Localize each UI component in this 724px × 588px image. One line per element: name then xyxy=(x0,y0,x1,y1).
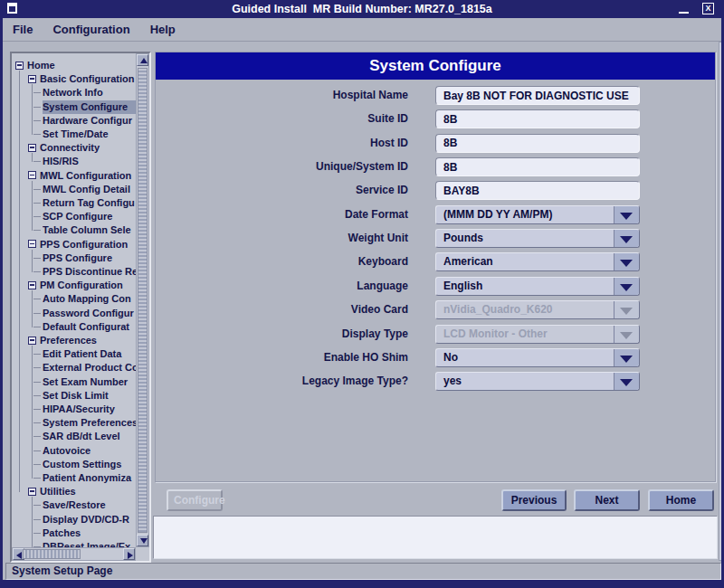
tree-item-label: HIS/RIS xyxy=(43,155,136,168)
tree-item-label: Return Tag Configu xyxy=(43,196,136,210)
tree-item-label: System Configure xyxy=(43,100,136,114)
tree-item-mwl-config-detail[interactable]: MWL Config Detail xyxy=(12,183,136,196)
expand-collapse-icon[interactable] xyxy=(28,171,36,179)
tree-item-external-product-co[interactable]: External Product Co xyxy=(12,361,136,375)
tree-item-system-preferences[interactable]: System Preferences xyxy=(12,416,136,430)
tree-item-set-time-date[interactable]: Set Time/Date xyxy=(12,128,136,141)
hospital-name-input[interactable] xyxy=(435,86,640,105)
tree-item-hipaa-security[interactable]: HIPAA/Security xyxy=(12,403,136,416)
dropdown-arrow-icon xyxy=(614,326,639,343)
next-button[interactable]: Next xyxy=(574,489,640,511)
tree-item-network-info[interactable]: Network Info xyxy=(12,86,136,100)
tree-item-return-tag-configu[interactable]: Return Tag Configu xyxy=(12,196,136,210)
form-row-language: LanguageEnglish xyxy=(156,277,715,296)
language-select[interactable]: English xyxy=(435,277,640,296)
tree-horizontal-scrollbar[interactable] xyxy=(12,547,136,561)
close-icon[interactable]: X xyxy=(702,3,714,14)
expand-collapse-icon[interactable] xyxy=(28,144,36,152)
dropdown-arrow-icon[interactable] xyxy=(614,349,639,366)
dropdown-arrow-icon[interactable] xyxy=(614,278,639,295)
tree-connector-line xyxy=(32,153,33,162)
tree-item-mwl-configuration[interactable]: MWL Configuration xyxy=(12,169,136,183)
tree-item-patient-anonymiza[interactable]: Patient Anonymiza xyxy=(12,471,136,485)
keyboard-select[interactable]: American xyxy=(435,252,640,271)
tree-item-custom-settings[interactable]: Custom Settings xyxy=(12,458,136,471)
tree-item-label: Save/Restore xyxy=(43,498,136,512)
tree-item-connectivity[interactable]: Connectivity xyxy=(12,141,136,155)
expand-collapse-icon[interactable] xyxy=(28,337,36,345)
tree-connector-line xyxy=(32,497,33,547)
minimize-icon[interactable] xyxy=(679,12,689,14)
dropdown-arrow-icon[interactable] xyxy=(614,206,639,223)
tree-item-password-configur[interactable]: Password Configur xyxy=(12,307,136,320)
tree-item-basic-configuration[interactable]: Basic Configuration xyxy=(12,72,136,86)
tree-item-pps-configure[interactable]: PPS Configure xyxy=(12,251,136,265)
tree-connector-line xyxy=(32,84,33,135)
scroll-right-icon[interactable] xyxy=(123,548,135,560)
dropdown-arrow-icon[interactable] xyxy=(614,230,639,247)
tree-item-label: Set Disk Limit xyxy=(43,389,136,403)
menu-item-file[interactable]: File xyxy=(3,23,43,36)
enable-ho-shim-select[interactable]: No xyxy=(435,348,640,367)
configure-button: Configure xyxy=(167,489,223,511)
message-panel xyxy=(153,516,718,559)
tree-item-set-exam-number[interactable]: Set Exam Number xyxy=(12,375,136,389)
tree-item-scp-configure[interactable]: SCP Configure xyxy=(12,210,136,223)
tree-item-default-configurat[interactable]: Default Configurat xyxy=(12,320,136,334)
tree-item-table-column-sele[interactable]: Table Column Sele xyxy=(12,223,136,237)
date-format-select[interactable]: (MMM DD YY AM/PM) xyxy=(435,205,640,224)
tree-item-pps-configuration[interactable]: PPS Configuration xyxy=(12,238,136,251)
tree-item-set-disk-limit[interactable]: Set Disk Limit xyxy=(12,389,136,403)
language-value: English xyxy=(436,278,614,295)
service-id-label: Service ID xyxy=(156,181,408,200)
expand-collapse-icon[interactable] xyxy=(28,488,36,496)
tree-item-pm-configuration[interactable]: PM Configuration xyxy=(12,279,136,292)
service-id-input[interactable] xyxy=(435,181,640,200)
expand-collapse-icon[interactable] xyxy=(28,281,36,289)
keyboard-value: American xyxy=(436,253,614,270)
menu-item-configuration[interactable]: Configuration xyxy=(43,23,139,36)
tree-vertical-scrollbar[interactable] xyxy=(136,53,149,547)
weight-unit-select[interactable]: Pounds xyxy=(435,229,640,248)
suite-id-input[interactable] xyxy=(435,109,640,128)
form-row-suite-id: Suite ID xyxy=(156,109,715,128)
home-button[interactable]: Home xyxy=(648,489,714,511)
tree-connector-line xyxy=(19,71,20,492)
tree-item-save-restore[interactable]: Save/Restore xyxy=(12,498,136,512)
tree-hscroll-thumb[interactable] xyxy=(23,549,81,559)
tree-item-sar-db-dt-level[interactable]: SAR dB/dt Level xyxy=(12,430,136,443)
tree-item-edit-patient-data[interactable]: Edit Patient Data xyxy=(12,347,136,361)
tree-item-label: External Product Co xyxy=(43,361,136,375)
tree-item-utilities[interactable]: Utilities xyxy=(12,485,136,498)
host-id-input[interactable] xyxy=(435,134,640,153)
tree-item-his-ris[interactable]: HIS/RIS xyxy=(12,155,136,168)
tree-item-hardware-configur[interactable]: Hardware Configur xyxy=(12,114,136,128)
tree-item-auto-mapping-con[interactable]: Auto Mapping Con xyxy=(12,292,136,306)
dropdown-arrow-icon[interactable] xyxy=(614,253,639,270)
tree-item-label: PPS Configure xyxy=(43,251,136,265)
hospital-name-label: Hospital Name xyxy=(156,86,408,105)
scroll-up-icon[interactable] xyxy=(137,54,148,66)
expand-collapse-icon[interactable] xyxy=(28,240,36,248)
form-row-hospital-name: Hospital Name xyxy=(156,86,715,105)
tree-item-preferences[interactable]: Preferences xyxy=(12,334,136,347)
tree-item-system-configure[interactable]: System Configure xyxy=(12,100,136,114)
tree-item-autovoice[interactable]: Autovoice xyxy=(12,444,136,458)
expand-collapse-icon[interactable] xyxy=(28,75,36,83)
dropdown-arrow-icon[interactable] xyxy=(614,373,639,390)
tree-item-home[interactable]: Home xyxy=(12,59,136,72)
tree-item-dbreset-image-ex[interactable]: DBReset Image/Ex xyxy=(12,540,136,547)
tree-item-pps-discontinue-re[interactable]: PPS Discontinue Re xyxy=(12,265,136,279)
scroll-down-icon[interactable] xyxy=(137,535,148,546)
legacy-image-type-select[interactable]: yes xyxy=(435,372,640,391)
tree-item-label: SCP Configure xyxy=(43,210,136,223)
previous-button[interactable]: Previous xyxy=(501,489,567,511)
menu-item-help[interactable]: Help xyxy=(140,23,186,36)
right-scrollbar-track[interactable] xyxy=(719,42,724,561)
weight-unit-value: Pounds xyxy=(436,230,614,247)
tree-item-display-dvd-cd-r[interactable]: Display DVD/CD-R xyxy=(12,513,136,526)
unique-system-id-input[interactable] xyxy=(435,157,640,176)
expand-collapse-icon[interactable] xyxy=(15,62,24,70)
tree-item-patches[interactable]: Patches xyxy=(12,526,136,540)
tree-vscroll-thumb[interactable] xyxy=(138,68,148,533)
